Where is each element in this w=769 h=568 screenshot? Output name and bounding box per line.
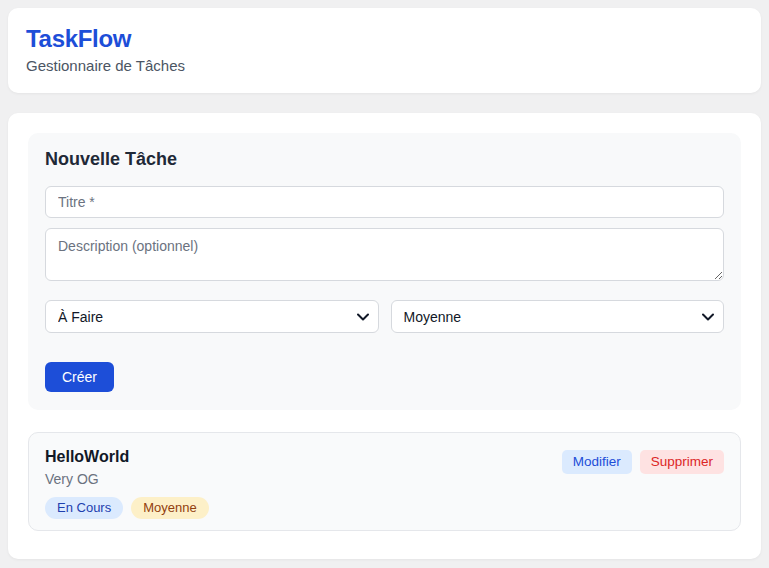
form-heading: Nouvelle Tâche xyxy=(45,149,724,170)
task-description-input[interactable] xyxy=(45,228,724,281)
task-actions: Modifier Supprimer xyxy=(562,448,724,474)
edit-task-button[interactable]: Modifier xyxy=(562,450,632,474)
badges-row: En Cours Moyenne xyxy=(45,497,209,519)
priority-select[interactable]: Moyenne xyxy=(391,300,725,333)
selects-row: À Faire Moyenne xyxy=(45,300,724,333)
status-select[interactable]: À Faire xyxy=(45,300,379,333)
app-header: TaskFlow Gestionnaire de Tâches xyxy=(8,8,761,93)
task-info: HelloWorld Very OG En Cours Moyenne xyxy=(45,448,209,519)
main-content: Nouvelle Tâche À Faire Moyenne xyxy=(8,113,761,559)
task-description: Very OG xyxy=(45,471,209,487)
status-badge: En Cours xyxy=(45,497,123,519)
delete-task-button[interactable]: Supprimer xyxy=(640,450,724,474)
new-task-form: Nouvelle Tâche À Faire Moyenne xyxy=(28,133,741,410)
create-task-button[interactable]: Créer xyxy=(45,362,114,392)
status-select-wrap: À Faire xyxy=(45,300,379,333)
app-title: TaskFlow xyxy=(26,25,743,53)
priority-badge: Moyenne xyxy=(131,497,208,519)
task-title: HelloWorld xyxy=(45,448,209,466)
task-title-input[interactable] xyxy=(45,186,724,218)
priority-select-wrap: Moyenne xyxy=(391,300,725,333)
task-card: HelloWorld Very OG En Cours Moyenne Modi… xyxy=(28,432,741,531)
app-subtitle: Gestionnaire de Tâches xyxy=(26,57,743,74)
